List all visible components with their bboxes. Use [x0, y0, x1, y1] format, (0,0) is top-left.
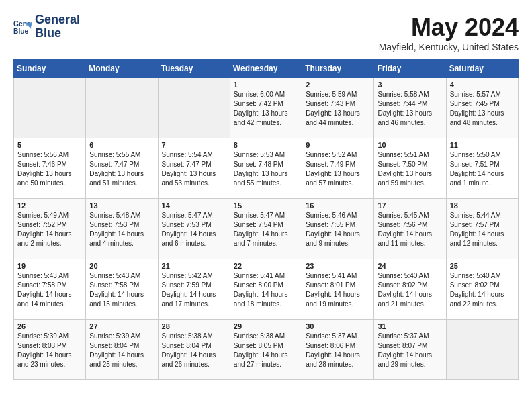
day-info-line: and 6 minutes. — [162, 239, 226, 248]
day-number: 21 — [162, 262, 226, 270]
calendar-cell: 24Sunrise: 5:40 AMSunset: 8:02 PMDayligh… — [374, 259, 446, 320]
week-row-3: 12Sunrise: 5:49 AMSunset: 7:52 PMDayligh… — [14, 199, 519, 259]
day-info-line: Sunset: 7:59 PM — [162, 281, 226, 290]
day-number: 29 — [234, 322, 298, 330]
day-content: Sunrise: 5:47 AMSunset: 7:53 PMDaylight:… — [162, 211, 226, 248]
calendar-cell: 30Sunrise: 5:37 AMSunset: 8:06 PMDayligh… — [302, 320, 374, 380]
day-info-line: Daylight: 13 hours — [162, 169, 226, 179]
svg-text:Blue: Blue — [13, 28, 29, 35]
day-info-line: Daylight: 13 hours — [89, 169, 154, 179]
day-number: 5 — [17, 141, 82, 149]
day-info-line: Sunrise: 5:39 AM — [17, 332, 82, 341]
day-info-line: and 48 minutes. — [450, 118, 515, 128]
day-info-line: Sunrise: 5:43 AM — [89, 271, 154, 281]
day-content: Sunrise: 5:51 AMSunset: 7:50 PMDaylight:… — [378, 150, 442, 188]
day-number: 25 — [450, 262, 515, 270]
calendar-cell — [14, 78, 86, 138]
day-info-line: Sunset: 7:50 PM — [378, 160, 442, 169]
day-info-line: Daylight: 14 hours — [450, 290, 515, 300]
day-info-line: Sunset: 7:43 PM — [306, 99, 370, 109]
day-info-line: Sunset: 8:06 PM — [306, 341, 370, 351]
day-number: 27 — [89, 322, 154, 330]
day-content: Sunrise: 5:56 AMSunset: 7:46 PMDaylight:… — [17, 150, 82, 188]
day-number: 7 — [162, 141, 226, 149]
page-header: General Blue General Blue May 2024 Mayfi… — [13, 13, 519, 52]
day-info-line: Sunrise: 5:41 AM — [234, 271, 298, 281]
day-content: Sunrise: 5:58 AMSunset: 7:44 PMDaylight:… — [378, 90, 442, 128]
day-info-line: Sunrise: 5:59 AM — [306, 90, 370, 99]
col-header-friday: Friday — [374, 60, 446, 78]
day-content: Sunrise: 5:37 AMSunset: 8:06 PMDaylight:… — [306, 332, 370, 369]
day-info-line: Daylight: 14 hours — [17, 230, 82, 239]
day-info-line: Sunset: 7:48 PM — [234, 160, 298, 169]
calendar-cell: 17Sunrise: 5:45 AMSunset: 7:56 PMDayligh… — [374, 199, 446, 259]
day-info-line: Sunset: 7:47 PM — [162, 160, 226, 169]
week-row-2: 5Sunrise: 5:56 AMSunset: 7:46 PMDaylight… — [14, 138, 519, 199]
calendar-cell: 6Sunrise: 5:55 AMSunset: 7:47 PMDaylight… — [86, 138, 158, 199]
day-info-line: Daylight: 14 hours — [17, 290, 82, 300]
day-number: 8 — [234, 141, 298, 149]
day-info-line: Daylight: 13 hours — [306, 169, 370, 179]
col-header-sunday: Sunday — [14, 60, 86, 78]
day-number: 26 — [17, 322, 82, 330]
day-number: 16 — [306, 201, 370, 210]
title-area: May 2024 Mayfield, Kentucky, United Stat… — [379, 13, 519, 52]
day-info-line: Sunset: 7:58 PM — [89, 281, 154, 290]
day-number: 9 — [306, 141, 370, 149]
day-info-line: and 53 minutes. — [162, 179, 226, 188]
day-content: Sunrise: 5:42 AMSunset: 7:59 PMDaylight:… — [162, 271, 226, 309]
calendar-cell: 18Sunrise: 5:44 AMSunset: 7:57 PMDayligh… — [446, 199, 518, 259]
calendar-cell: 8Sunrise: 5:53 AMSunset: 7:48 PMDaylight… — [230, 138, 302, 199]
day-number: 20 — [89, 262, 154, 270]
day-info-line: Daylight: 14 hours — [378, 230, 442, 239]
day-info-line: and 19 minutes. — [306, 300, 370, 309]
day-content: Sunrise: 5:50 AMSunset: 7:51 PMDaylight:… — [450, 150, 515, 188]
logo-text: General Blue — [35, 13, 80, 40]
day-info-line: Daylight: 13 hours — [378, 169, 442, 179]
day-info-line: Sunrise: 5:40 AM — [378, 271, 442, 281]
day-number: 17 — [378, 201, 442, 210]
day-info-line: Sunset: 8:04 PM — [162, 341, 226, 351]
day-content: Sunrise: 5:59 AMSunset: 7:43 PMDaylight:… — [306, 90, 370, 128]
day-number: 15 — [234, 201, 298, 210]
day-content: Sunrise: 5:48 AMSunset: 7:53 PMDaylight:… — [89, 211, 154, 248]
day-info-line: Sunset: 7:49 PM — [306, 160, 370, 169]
day-info-line: Sunrise: 5:48 AM — [89, 211, 154, 220]
day-info-line: and 42 minutes. — [234, 118, 298, 128]
day-info-line: and 27 minutes. — [234, 360, 298, 369]
day-info-line: and 15 minutes. — [89, 300, 154, 309]
week-row-1: 1Sunrise: 6:00 AMSunset: 7:42 PMDaylight… — [14, 78, 519, 138]
day-content: Sunrise: 5:55 AMSunset: 7:47 PMDaylight:… — [89, 150, 154, 188]
day-info-line: Sunrise: 5:37 AM — [378, 332, 442, 341]
day-content: Sunrise: 6:00 AMSunset: 7:42 PMDaylight:… — [234, 90, 298, 128]
calendar-cell: 15Sunrise: 5:47 AMSunset: 7:54 PMDayligh… — [230, 199, 302, 259]
calendar-cell: 7Sunrise: 5:54 AMSunset: 7:47 PMDaylight… — [158, 138, 230, 199]
day-info-line: and 23 minutes. — [17, 360, 82, 369]
day-info-line: Daylight: 14 hours — [306, 230, 370, 239]
day-info-line: and 4 minutes. — [89, 239, 154, 248]
day-info-line: Sunset: 8:01 PM — [306, 281, 370, 290]
day-info-line: Daylight: 14 hours — [162, 230, 226, 239]
day-info-line: and 22 minutes. — [450, 300, 515, 309]
day-number: 13 — [89, 201, 154, 210]
day-info-line: Sunrise: 5:58 AM — [378, 90, 442, 99]
calendar-cell: 1Sunrise: 6:00 AMSunset: 7:42 PMDaylight… — [230, 78, 302, 138]
calendar-cell: 31Sunrise: 5:37 AMSunset: 8:07 PMDayligh… — [374, 320, 446, 380]
day-info-line: and 9 minutes. — [306, 239, 370, 248]
day-info-line: and 57 minutes. — [306, 179, 370, 188]
day-content: Sunrise: 5:49 AMSunset: 7:52 PMDaylight:… — [17, 211, 82, 248]
day-info-line: Daylight: 13 hours — [234, 109, 298, 118]
location: Mayfield, Kentucky, United States — [379, 42, 519, 52]
day-info-line: Sunset: 8:07 PM — [378, 341, 442, 351]
day-number: 4 — [450, 81, 515, 89]
calendar-cell: 14Sunrise: 5:47 AMSunset: 7:53 PMDayligh… — [158, 199, 230, 259]
day-info-line: Daylight: 13 hours — [234, 169, 298, 179]
calendar-cell: 11Sunrise: 5:50 AMSunset: 7:51 PMDayligh… — [446, 138, 518, 199]
day-info-line: Daylight: 14 hours — [162, 290, 226, 300]
day-number: 10 — [378, 141, 442, 149]
day-info-line: and 2 minutes. — [17, 239, 82, 248]
day-number: 24 — [378, 262, 442, 270]
day-info-line: Sunset: 8:02 PM — [450, 281, 515, 290]
day-info-line: Sunrise: 5:47 AM — [162, 211, 226, 220]
day-info-line: Sunrise: 5:56 AM — [17, 150, 82, 160]
